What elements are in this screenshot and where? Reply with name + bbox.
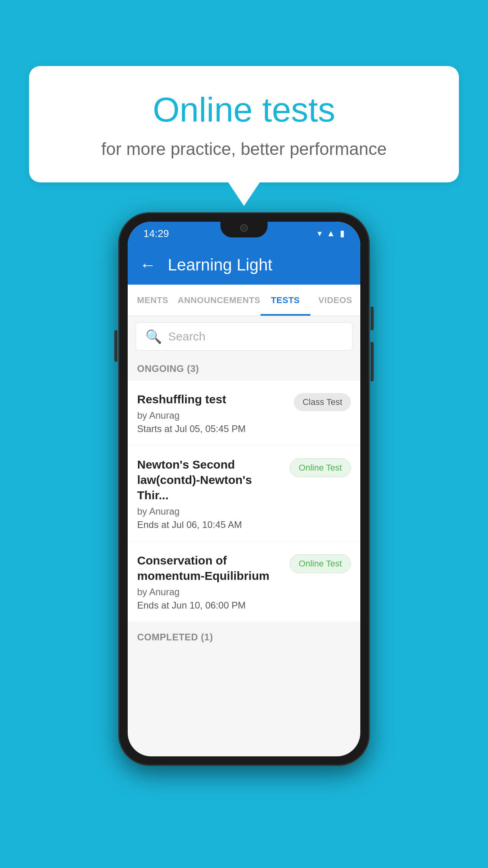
- tab-videos[interactable]: VIDEOS: [310, 285, 360, 316]
- speech-bubble-container: Online tests for more practice, better p…: [29, 66, 459, 206]
- test-author-1: by Anurag: [137, 410, 288, 421]
- test-title-3: Conservation of momentum-Equilibrium: [137, 553, 283, 583]
- status-time: 14:29: [143, 228, 169, 240]
- test-author-3: by Anurag: [137, 587, 283, 598]
- test-item-1[interactable]: Reshuffling test by Anurag Starts at Jul…: [128, 381, 360, 446]
- phone-outer: 14:29 ▾ ▲ ▮ ← Learning Light MENTS ANNOU…: [118, 212, 370, 766]
- test-time-1: Starts at Jul 05, 05:45 PM: [137, 423, 288, 434]
- tab-tests[interactable]: TESTS: [261, 285, 310, 316]
- test-list: Reshuffling test by Anurag Starts at Jul…: [128, 381, 360, 622]
- test-badge-2: Online Test: [290, 458, 351, 477]
- speech-bubble-subtitle: for more practice, better performance: [61, 139, 427, 159]
- volume-button: [114, 330, 117, 362]
- test-info-3: Conservation of momentum-Equilibrium by …: [137, 553, 290, 611]
- test-author-2: by Anurag: [137, 506, 283, 517]
- power-button-bottom: [371, 342, 374, 381]
- wifi-icon: ▾: [317, 228, 322, 239]
- test-info-1: Reshuffling test by Anurag Starts at Jul…: [137, 392, 294, 434]
- test-title-1: Reshuffling test: [137, 392, 288, 407]
- test-item-3[interactable]: Conservation of momentum-Equilibrium by …: [128, 542, 360, 622]
- test-time-2: Ends at Jul 06, 10:45 AM: [137, 519, 283, 530]
- phone-screen: 14:29 ▾ ▲ ▮ ← Learning Light MENTS ANNOU…: [128, 222, 360, 756]
- speech-bubble-tail: [228, 182, 260, 206]
- app-title: Learning Light: [168, 256, 272, 274]
- test-title-2: Newton's Second law(contd)-Newton's Thir…: [137, 457, 283, 503]
- tab-ments[interactable]: MENTS: [128, 285, 178, 316]
- speech-bubble: Online tests for more practice, better p…: [29, 66, 459, 182]
- phone-camera: [240, 224, 248, 232]
- signal-icon: ▲: [327, 228, 335, 239]
- tab-bar: MENTS ANNOUNCEMENTS TESTS VIDEOS: [128, 285, 360, 316]
- tab-announcements[interactable]: ANNOUNCEMENTS: [178, 285, 261, 316]
- speech-bubble-title: Online tests: [61, 90, 427, 130]
- test-item-2[interactable]: Newton's Second law(contd)-Newton's Thir…: [128, 446, 360, 542]
- test-info-2: Newton's Second law(contd)-Newton's Thir…: [137, 457, 290, 530]
- search-input[interactable]: Search: [168, 330, 205, 343]
- search-bar[interactable]: 🔍 Search: [136, 322, 352, 351]
- battery-icon: ▮: [340, 228, 345, 239]
- completed-section-header: COMPLETED (1): [128, 625, 360, 649]
- power-button-top: [371, 307, 374, 330]
- app-header: ← Learning Light: [128, 245, 360, 285]
- search-icon: 🔍: [145, 329, 162, 344]
- ongoing-section-header: ONGOING (3): [128, 357, 360, 381]
- test-badge-3: Online Test: [290, 554, 351, 573]
- search-container: 🔍 Search: [128, 316, 360, 357]
- test-badge-1: Class Test: [294, 393, 351, 411]
- back-button[interactable]: ←: [139, 256, 156, 274]
- phone-container: 14:29 ▾ ▲ ▮ ← Learning Light MENTS ANNOU…: [118, 212, 370, 766]
- status-icons: ▾ ▲ ▮: [317, 228, 345, 239]
- test-time-3: Ends at Jun 10, 06:00 PM: [137, 600, 283, 611]
